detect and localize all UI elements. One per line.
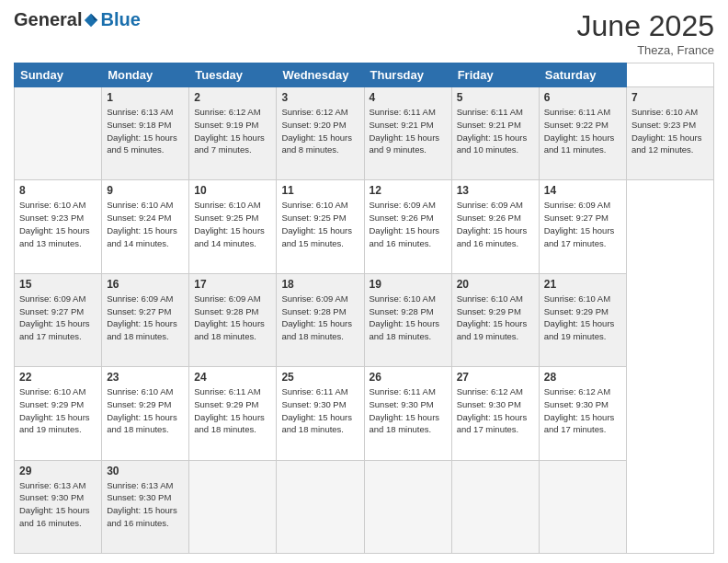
day-number: 24 xyxy=(194,371,271,384)
day-number: 14 xyxy=(544,184,621,197)
calendar-day-cell: 21Sunrise: 6:10 AMSunset: 9:29 PMDayligh… xyxy=(539,273,626,366)
day-number: 7 xyxy=(631,91,709,104)
calendar-day-cell: 9Sunrise: 6:10 AMSunset: 9:24 PMDaylight… xyxy=(102,180,189,273)
calendar-day-cell: 11Sunrise: 6:10 AMSunset: 9:25 PMDayligh… xyxy=(277,180,364,273)
weekday-header: Tuesday xyxy=(189,63,277,87)
day-number: 4 xyxy=(370,91,447,104)
calendar-week-row: 22Sunrise: 6:10 AMSunset: 9:29 PMDayligh… xyxy=(15,367,714,460)
day-info: Sunrise: 6:10 AMSunset: 9:29 PMDaylight:… xyxy=(544,293,621,343)
day-info: Sunrise: 6:10 AMSunset: 9:25 PMDaylight:… xyxy=(194,199,271,249)
calendar-day-cell: 2Sunrise: 6:12 AMSunset: 9:19 PMDaylight… xyxy=(189,87,277,180)
calendar-day-cell: 5Sunrise: 6:11 AMSunset: 9:21 PMDaylight… xyxy=(451,87,539,180)
day-number: 29 xyxy=(19,465,97,477)
day-number: 3 xyxy=(281,91,358,104)
calendar-day-cell xyxy=(277,460,364,553)
calendar-table: SundayMondayTuesdayWednesdayThursdayFrid… xyxy=(14,63,714,554)
day-info: Sunrise: 6:11 AMSunset: 9:30 PMDaylight:… xyxy=(370,385,447,436)
weekday-header: Friday xyxy=(451,63,539,87)
day-number: 18 xyxy=(281,278,358,291)
day-info: Sunrise: 6:09 AMSunset: 9:26 PMDaylight:… xyxy=(370,199,447,249)
day-info: Sunrise: 6:10 AMSunset: 9:29 PMDaylight:… xyxy=(107,385,184,436)
day-number: 13 xyxy=(457,184,534,197)
calendar-day-cell xyxy=(539,460,626,553)
day-info: Sunrise: 6:10 AMSunset: 9:23 PMDaylight:… xyxy=(631,106,709,156)
calendar-day-cell: 29Sunrise: 6:13 AMSunset: 9:30 PMDayligh… xyxy=(15,460,102,553)
day-info: Sunrise: 6:13 AMSunset: 9:30 PMDaylight:… xyxy=(107,479,184,530)
calendar-day-cell: 27Sunrise: 6:12 AMSunset: 9:30 PMDayligh… xyxy=(451,367,539,460)
day-number: 10 xyxy=(194,184,271,197)
day-info: Sunrise: 6:10 AMSunset: 9:23 PMDaylight:… xyxy=(19,199,97,249)
day-info: Sunrise: 6:11 AMSunset: 9:21 PMDaylight:… xyxy=(457,106,534,156)
day-info: Sunrise: 6:10 AMSunset: 9:28 PMDaylight:… xyxy=(370,293,447,343)
day-info: Sunrise: 6:10 AMSunset: 9:29 PMDaylight:… xyxy=(19,385,97,436)
day-info: Sunrise: 6:09 AMSunset: 9:27 PMDaylight:… xyxy=(19,293,97,343)
calendar-day-cell: 13Sunrise: 6:09 AMSunset: 9:26 PMDayligh… xyxy=(451,180,539,273)
logo-blue: Blue xyxy=(100,9,140,30)
calendar-week-row: 15Sunrise: 6:09 AMSunset: 9:27 PMDayligh… xyxy=(15,273,714,366)
calendar-day-cell: 3Sunrise: 6:12 AMSunset: 9:20 PMDaylight… xyxy=(277,87,364,180)
day-number: 11 xyxy=(281,184,358,197)
day-number: 1 xyxy=(107,91,184,104)
page: General Blue June 2025 Theza, France Sun… xyxy=(0,0,728,563)
calendar-day-cell xyxy=(451,460,539,553)
calendar-day-cell: 6Sunrise: 6:11 AMSunset: 9:22 PMDaylight… xyxy=(539,87,626,180)
weekday-header: Wednesday xyxy=(277,63,364,87)
weekday-header: Monday xyxy=(102,63,189,87)
calendar-header-row: SundayMondayTuesdayWednesdayThursdayFrid… xyxy=(15,63,714,87)
day-number: 12 xyxy=(370,184,447,197)
day-info: Sunrise: 6:12 AMSunset: 9:19 PMDaylight:… xyxy=(194,106,271,156)
header: General Blue June 2025 Theza, France xyxy=(14,9,714,57)
title-section: June 2025 Theza, France xyxy=(577,9,714,57)
calendar-day-cell: 30Sunrise: 6:13 AMSunset: 9:30 PMDayligh… xyxy=(102,460,189,553)
calendar-day-cell: 10Sunrise: 6:10 AMSunset: 9:25 PMDayligh… xyxy=(189,180,277,273)
day-info: Sunrise: 6:10 AMSunset: 9:25 PMDaylight:… xyxy=(281,199,358,249)
day-info: Sunrise: 6:12 AMSunset: 9:20 PMDaylight:… xyxy=(281,106,358,156)
weekday-header: Thursday xyxy=(364,63,451,87)
calendar-day-cell: 16Sunrise: 6:09 AMSunset: 9:27 PMDayligh… xyxy=(102,273,189,366)
day-number: 26 xyxy=(370,371,447,384)
calendar-day-cell: 15Sunrise: 6:09 AMSunset: 9:27 PMDayligh… xyxy=(15,273,102,366)
day-info: Sunrise: 6:12 AMSunset: 9:30 PMDaylight:… xyxy=(457,385,534,436)
day-info: Sunrise: 6:09 AMSunset: 9:26 PMDaylight:… xyxy=(457,199,534,249)
day-number: 25 xyxy=(281,371,358,384)
day-info: Sunrise: 6:10 AMSunset: 9:29 PMDaylight:… xyxy=(457,293,534,343)
day-number: 21 xyxy=(544,278,621,291)
day-number: 22 xyxy=(19,371,97,384)
location: Theza, France xyxy=(577,43,714,57)
calendar-day-cell: 22Sunrise: 6:10 AMSunset: 9:29 PMDayligh… xyxy=(15,367,102,460)
logo-icon xyxy=(83,12,99,29)
day-number: 27 xyxy=(457,371,534,384)
day-info: Sunrise: 6:09 AMSunset: 9:28 PMDaylight:… xyxy=(281,293,358,343)
logo-general: General xyxy=(14,9,82,30)
day-number: 2 xyxy=(194,91,271,104)
logo-text: General Blue xyxy=(14,9,141,30)
calendar-day-cell: 24Sunrise: 6:11 AMSunset: 9:29 PMDayligh… xyxy=(189,367,277,460)
calendar-day-cell xyxy=(189,460,277,553)
calendar-day-cell: 26Sunrise: 6:11 AMSunset: 9:30 PMDayligh… xyxy=(364,367,451,460)
weekday-header: Sunday xyxy=(15,63,102,87)
day-info: Sunrise: 6:11 AMSunset: 9:22 PMDaylight:… xyxy=(544,106,621,156)
day-info: Sunrise: 6:09 AMSunset: 9:27 PMDaylight:… xyxy=(107,293,184,343)
calendar-day-cell: 4Sunrise: 6:11 AMSunset: 9:21 PMDaylight… xyxy=(364,87,451,180)
calendar-day-cell: 17Sunrise: 6:09 AMSunset: 9:28 PMDayligh… xyxy=(189,273,277,366)
day-number: 19 xyxy=(370,278,447,291)
day-info: Sunrise: 6:12 AMSunset: 9:30 PMDaylight:… xyxy=(544,385,621,436)
calendar-day-cell: 23Sunrise: 6:10 AMSunset: 9:29 PMDayligh… xyxy=(102,367,189,460)
day-number: 28 xyxy=(544,371,621,384)
day-number: 15 xyxy=(19,278,97,291)
day-number: 20 xyxy=(457,278,534,291)
day-number: 23 xyxy=(107,371,184,384)
calendar-day-cell: 20Sunrise: 6:10 AMSunset: 9:29 PMDayligh… xyxy=(451,273,539,366)
calendar-day-cell xyxy=(364,460,451,553)
calendar-week-row: 8Sunrise: 6:10 AMSunset: 9:23 PMDaylight… xyxy=(15,180,714,273)
calendar-week-row: 1Sunrise: 6:13 AMSunset: 9:18 PMDaylight… xyxy=(15,87,714,180)
calendar-day-cell: 19Sunrise: 6:10 AMSunset: 9:28 PMDayligh… xyxy=(364,273,451,366)
day-info: Sunrise: 6:09 AMSunset: 9:28 PMDaylight:… xyxy=(194,293,271,343)
logo: General Blue xyxy=(14,9,141,30)
calendar-day-cell: 12Sunrise: 6:09 AMSunset: 9:26 PMDayligh… xyxy=(364,180,451,273)
calendar-day-cell: 8Sunrise: 6:10 AMSunset: 9:23 PMDaylight… xyxy=(15,180,102,273)
calendar-day-cell: 18Sunrise: 6:09 AMSunset: 9:28 PMDayligh… xyxy=(277,273,364,366)
day-info: Sunrise: 6:10 AMSunset: 9:24 PMDaylight:… xyxy=(107,199,184,249)
calendar-day-cell: 25Sunrise: 6:11 AMSunset: 9:30 PMDayligh… xyxy=(277,367,364,460)
calendar-day-cell: 28Sunrise: 6:12 AMSunset: 9:30 PMDayligh… xyxy=(539,367,626,460)
